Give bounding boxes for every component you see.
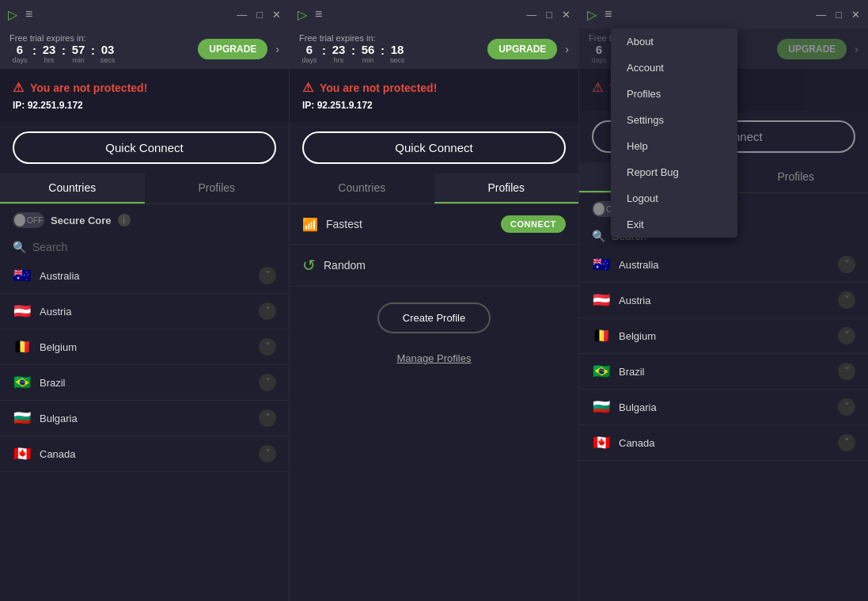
secure-core-toggle-1[interactable]: OFF [13, 212, 44, 228]
country-name-au-1: Australia [40, 270, 251, 282]
tab-profiles-3[interactable]: Profiles [724, 162, 869, 192]
secure-core-text-1: Secure Core [51, 215, 112, 226]
flag-ca-1: 🇨🇦 [13, 447, 32, 461]
expand-br-1[interactable]: ˅ [259, 374, 276, 391]
create-profile-btn[interactable]: Create Profile [377, 302, 491, 333]
expand-at-1[interactable]: ˅ [259, 302, 276, 320]
menu-item-exit[interactable]: Exit [611, 211, 737, 238]
tab-profiles-1[interactable]: Profiles [145, 173, 290, 204]
profiles-content-2: 📶 Fastest CONNECT ↺ Random Create Profil… [290, 204, 578, 601]
menu-item-help[interactable]: Help [611, 133, 737, 159]
expand-ca-3[interactable]: ˅ [838, 434, 855, 451]
search-icon-3: 🔍 [592, 230, 605, 242]
country-item-ca-1[interactable]: 🇨🇦 Canada ˅ [0, 436, 289, 472]
search-icon-1: 🔍 [13, 241, 26, 253]
maximize-btn-2[interactable]: □ [546, 9, 552, 21]
random-name: Random [324, 259, 566, 272]
expand-be-3[interactable]: ˅ [838, 327, 855, 344]
info-icon-1[interactable]: i [118, 214, 131, 226]
country-item-be-1[interactable]: 🇧🇪 Belgium ˅ [0, 329, 289, 365]
quick-connect-btn-1[interactable]: Quick Connect [13, 131, 276, 164]
upgrade-button-2[interactable]: UPGRADE [487, 39, 557, 59]
minimize-btn-2[interactable]: — [526, 9, 536, 21]
country-item-at-1[interactable]: 🇦🇹 Austria ˅ [0, 294, 289, 329]
menu-item-settings[interactable]: Settings [611, 107, 737, 133]
flag-at-1: 🇦🇹 [13, 304, 32, 318]
menu-item-about[interactable]: About [611, 29, 737, 55]
menu-icon-1[interactable]: ≡ [25, 7, 32, 21]
secs-unit-2: 18 secs [387, 43, 407, 64]
country-item-bg-3[interactable]: 🇧🇬 Bulgaria ˅ [579, 390, 868, 425]
menu-item-account[interactable]: Account [611, 55, 737, 81]
secure-core-row-1: OFF Secure Core i [0, 204, 289, 236]
tab-profiles-2[interactable]: Profiles [434, 173, 579, 204]
expand-ca-1[interactable]: ˅ [259, 445, 276, 462]
title-bar-3: ▷ ≡ — □ ✕ [579, 0, 868, 29]
expand-au-3[interactable]: ˅ [838, 256, 855, 273]
manage-profiles-link[interactable]: Manage Profiles [290, 352, 578, 364]
days-unit-1: 6 days [9, 43, 30, 64]
expand-br-3[interactable]: ˅ [838, 363, 855, 380]
profile-item-fastest[interactable]: 📶 Fastest CONNECT [290, 204, 578, 245]
flag-be-1: 🇧🇪 [13, 340, 32, 354]
search-input-1[interactable] [32, 241, 276, 253]
toggle-label-1: OFF [27, 216, 43, 225]
trial-info-2: Free trial expires in: 6 days : 23 hrs :… [299, 33, 479, 64]
country-item-br-3[interactable]: 🇧🇷 Brazil ˅ [579, 354, 868, 390]
title-bar-2: ▷ ≡ — □ ✕ [290, 0, 578, 29]
country-name-au-3: Australia [619, 259, 830, 271]
app-logo-1: ▷ [8, 7, 17, 22]
profile-item-random[interactable]: ↺ Random [290, 245, 578, 287]
minimize-btn-1[interactable]: — [237, 9, 247, 21]
country-item-au-3[interactable]: 🇦🇺 Australia ˅ [579, 247, 868, 283]
close-btn-2[interactable]: ✕ [562, 9, 570, 21]
country-item-br-1[interactable]: 🇧🇷 Brazil ˅ [0, 365, 289, 401]
tab-countries-1[interactable]: Countries [0, 173, 145, 204]
hrs-num-2: 23 [332, 43, 346, 56]
expand-bg-3[interactable]: ˅ [838, 398, 855, 416]
maximize-btn-3[interactable]: □ [836, 9, 842, 21]
upgrade-button-1[interactable]: UPGRADE [198, 39, 267, 59]
panel-profiles: ▷ ≡ — □ ✕ Free trial expires in: 6 days … [290, 0, 579, 601]
fastest-icon: 📶 [302, 217, 318, 232]
country-item-ca-3[interactable]: 🇨🇦 Canada ˅ [579, 425, 868, 461]
close-btn-3[interactable]: ✕ [851, 9, 860, 21]
expand-au-1[interactable]: ˅ [259, 267, 276, 284]
country-list-3: 🇦🇺 Australia ˅ 🇦🇹 Austria ˅ 🇧🇪 Belgium ˅… [579, 247, 868, 601]
menu-item-logout[interactable]: Logout [611, 185, 737, 211]
days-label-2: days [301, 56, 316, 64]
country-item-at-3[interactable]: 🇦🇹 Austria ˅ [579, 283, 868, 318]
menu-icon-3[interactable]: ≡ [605, 7, 612, 21]
connect-fastest-btn[interactable]: CONNECT [501, 215, 566, 233]
close-btn-1[interactable]: ✕ [272, 9, 281, 21]
quick-connect-btn-2[interactable]: Quick Connect [302, 131, 566, 164]
menu-item-profiles[interactable]: Profiles [611, 81, 737, 107]
warning-icon-1: ⚠ [13, 80, 24, 95]
expand-be-1[interactable]: ˅ [259, 338, 276, 356]
country-item-au-1[interactable]: 🇦🇺 Australia ˅ [0, 258, 289, 294]
app-logo-2: ▷ [298, 7, 307, 22]
maximize-btn-1[interactable]: □ [256, 9, 263, 21]
menu-item-report-bug[interactable]: Report Bug [611, 159, 737, 185]
expand-at-3[interactable]: ˅ [838, 291, 855, 309]
hrs-unit-1: 23 hrs [39, 43, 59, 64]
country-item-be-3[interactable]: 🇧🇪 Belgium ˅ [579, 318, 868, 354]
upgrade-button-3[interactable]: UPGRADE [777, 39, 847, 59]
country-name-bg-3: Bulgaria [619, 401, 830, 413]
tab-countries-2[interactable]: Countries [290, 173, 434, 204]
protection-warning-1: ⚠ You are not protected! [13, 80, 276, 95]
trial-label-1: Free trial expires in: [9, 33, 190, 43]
country-item-bg-1[interactable]: 🇧🇬 Bulgaria ˅ [0, 401, 289, 436]
country-name-at-1: Austria [40, 306, 251, 318]
expand-bg-1[interactable]: ˅ [259, 409, 276, 427]
trial-timer-1: 6 days : 23 hrs : 57 min : 03 secs [9, 43, 190, 64]
flag-br-1: 🇧🇷 [13, 375, 32, 390]
window-controls-2: — □ ✕ [526, 9, 570, 21]
countries-content-1: OFF Secure Core i 🔍 🇦🇺 Australia ˅ 🇦🇹 Au… [0, 204, 289, 601]
flag-bg-1: 🇧🇬 [13, 411, 32, 425]
panel-dropdown: ▷ ≡ — □ ✕ About Account Profiles Setting… [579, 0, 868, 601]
minimize-btn-3[interactable]: — [816, 9, 826, 21]
min-label-2: min [362, 56, 374, 64]
fastest-name: Fastest [326, 218, 493, 230]
menu-icon-2[interactable]: ≡ [315, 7, 322, 21]
